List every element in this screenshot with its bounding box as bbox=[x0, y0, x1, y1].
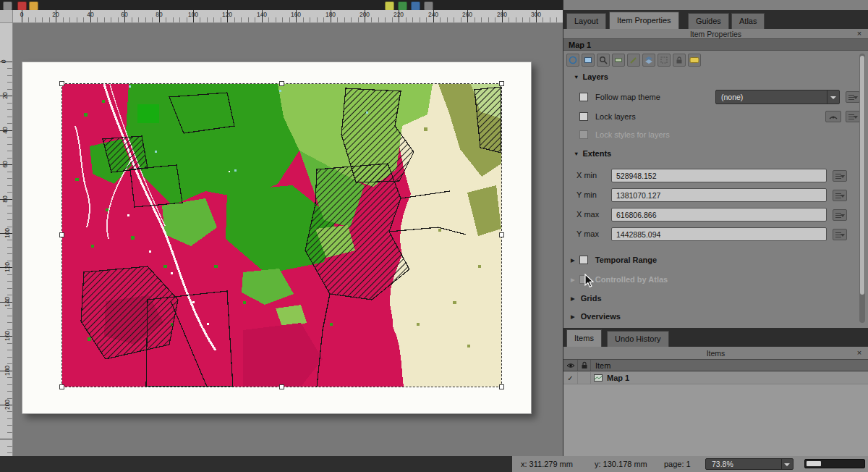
selection-handle[interactable] bbox=[499, 81, 504, 86]
extent-ymin-row: Y min bbox=[563, 188, 861, 203]
cursor-x-readout: x: 311.279 mm bbox=[521, 460, 573, 468]
map-item-toolbar bbox=[566, 54, 701, 67]
selection-handle[interactable] bbox=[59, 232, 64, 237]
set-extent-icon[interactable] bbox=[582, 54, 595, 67]
extent-ymax-input[interactable] bbox=[611, 227, 827, 241]
layout-canvas[interactable] bbox=[13, 23, 563, 456]
collapsed-arrow-icon: ▶ bbox=[571, 295, 575, 302]
data-defined-override-button[interactable] bbox=[833, 170, 847, 182]
dock-tabbar: Layout Item Properties Guides Atlas bbox=[563, 10, 868, 29]
map-preview bbox=[62, 84, 501, 387]
lock-layers-label: Lock layers bbox=[595, 112, 636, 121]
lock-cell[interactable] bbox=[578, 372, 591, 384]
data-defined-override-button[interactable] bbox=[833, 229, 847, 240]
chevron-down-icon bbox=[827, 90, 839, 104]
data-defined-override-button[interactable] bbox=[833, 209, 847, 221]
close-panel-button[interactable]: × bbox=[855, 29, 864, 38]
items-list-empty-area[interactable] bbox=[563, 384, 868, 456]
status-bar-left bbox=[0, 456, 512, 472]
layers-group-header[interactable]: ▼Layers bbox=[574, 72, 608, 81]
ruler-label: 240 bbox=[428, 12, 438, 18]
zoom-to-extent-icon[interactable] bbox=[597, 54, 610, 67]
visibility-checkmark[interactable]: ✓ bbox=[563, 372, 578, 384]
tab-undo-history[interactable]: Undo History bbox=[607, 331, 669, 347]
controlled-by-atlas-toggle[interactable]: ▶ Controlled by Atlas bbox=[571, 272, 853, 287]
follow-map-theme-checkbox[interactable] bbox=[579, 93, 588, 101]
tab-items[interactable]: Items bbox=[566, 329, 602, 347]
ruler-label: 140 bbox=[4, 297, 11, 307]
set-scale-icon[interactable] bbox=[612, 54, 625, 67]
extent-ymin-label: Y min bbox=[576, 190, 597, 199]
extent-ymin-input[interactable] bbox=[611, 188, 827, 202]
map-item-map1[interactable] bbox=[62, 84, 501, 387]
selection-handle[interactable] bbox=[279, 81, 284, 86]
ruler-vertical[interactable]: 0 20 40 60 80 100 120 140 160 180 200 bbox=[0, 23, 13, 456]
extent-xmin-row: X min bbox=[563, 169, 861, 183]
ruler-label: 100 bbox=[4, 228, 11, 238]
selection-handle[interactable] bbox=[59, 384, 64, 389]
ruler-label: 20 bbox=[2, 92, 9, 98]
scrollbar-thumb[interactable] bbox=[860, 56, 864, 295]
ruler-label: 60 bbox=[121, 12, 127, 18]
close-items-panel-button[interactable]: × bbox=[855, 348, 864, 357]
selection-handle[interactable] bbox=[279, 384, 284, 389]
extent-xmin-label: X min bbox=[576, 171, 597, 180]
zoom-level-value: 73.8% bbox=[706, 460, 781, 468]
lock-column-lock-icon bbox=[578, 360, 591, 371]
ruler-horizontal[interactable]: 0 20 40 60 80 100 120 140 160 180 200 22… bbox=[13, 10, 563, 23]
overviews-label: Overviews bbox=[581, 312, 621, 321]
grids-toggle[interactable]: ▶ Grids bbox=[571, 291, 853, 305]
controlled-by-atlas-checkbox[interactable] bbox=[579, 275, 588, 284]
visibility-column-eye-icon bbox=[563, 360, 578, 371]
ruler-label: 140 bbox=[257, 12, 267, 18]
status-bar: x: 311.279 mm y: 130.178 mm page: 1 73.8… bbox=[0, 456, 868, 472]
lock-layers-checkbox[interactable] bbox=[579, 112, 588, 121]
ruler-label: 80 bbox=[2, 195, 9, 202]
ruler-label: 120 bbox=[222, 12, 232, 18]
data-defined-override-button[interactable] bbox=[846, 91, 860, 103]
collapsed-arrow-icon: ▶ bbox=[571, 313, 575, 320]
id-tag-icon[interactable] bbox=[688, 54, 701, 67]
clipping-settings-icon[interactable] bbox=[658, 54, 671, 67]
page[interactable] bbox=[22, 62, 532, 414]
zoom-slider-thumb[interactable] bbox=[807, 461, 821, 466]
lock-styles-row: Lock styles for layers bbox=[579, 127, 861, 142]
tab-layout[interactable]: Layout bbox=[566, 13, 606, 29]
zoom-level-combobox[interactable]: 73.8% bbox=[705, 458, 793, 470]
edit-extent-icon[interactable] bbox=[627, 54, 640, 67]
items-tabbar: Items Undo History bbox=[563, 328, 868, 347]
item-header: Map 1 bbox=[563, 38, 868, 51]
extents-group-header[interactable]: ▼Extents bbox=[574, 149, 611, 158]
selection-handle[interactable] bbox=[499, 384, 504, 389]
selection-handle[interactable] bbox=[499, 232, 504, 237]
collapse-arrow-icon: ▼ bbox=[574, 74, 579, 80]
ruler-label: 280 bbox=[497, 12, 507, 18]
data-defined-override-button[interactable] bbox=[846, 111, 860, 122]
ruler-label: 220 bbox=[393, 12, 404, 18]
ruler-label: 60 bbox=[2, 161, 9, 167]
data-defined-override-button[interactable] bbox=[833, 190, 847, 201]
temporal-range-toggle[interactable]: ▶ Temporal Range bbox=[571, 253, 853, 267]
extent-xmin-input[interactable] bbox=[611, 169, 827, 182]
ruler-label: 200 bbox=[359, 12, 370, 18]
zoom-slider[interactable] bbox=[804, 459, 865, 468]
item-row-label: Map 1 bbox=[605, 374, 629, 382]
extent-ymax-label: Y max bbox=[576, 229, 599, 238]
tab-guides[interactable]: Guides bbox=[688, 13, 729, 29]
tab-atlas[interactable]: Atlas bbox=[731, 13, 765, 29]
ruler-label: 40 bbox=[2, 127, 9, 133]
overviews-toggle[interactable]: ▶ Overviews bbox=[571, 309, 853, 324]
items-table-row-map1[interactable]: ✓ Map 1 bbox=[563, 372, 868, 384]
selection-handle[interactable] bbox=[59, 81, 64, 86]
tab-item-properties[interactable]: Item Properties bbox=[609, 12, 679, 29]
refresh-preview-icon[interactable] bbox=[566, 54, 579, 67]
lock-styles-checkbox[interactable] bbox=[579, 130, 588, 139]
temporal-range-checkbox[interactable] bbox=[579, 256, 588, 264]
layers-icon[interactable] bbox=[642, 54, 655, 67]
cursor-y-readout: y: 130.178 mm bbox=[595, 460, 647, 468]
extent-xmax-input[interactable] bbox=[611, 208, 827, 222]
map-theme-select[interactable]: (none) bbox=[715, 90, 840, 104]
properties-scrollbar[interactable] bbox=[859, 54, 865, 323]
lock-icon[interactable] bbox=[673, 54, 686, 67]
lock-layers-options-button[interactable] bbox=[825, 111, 841, 122]
